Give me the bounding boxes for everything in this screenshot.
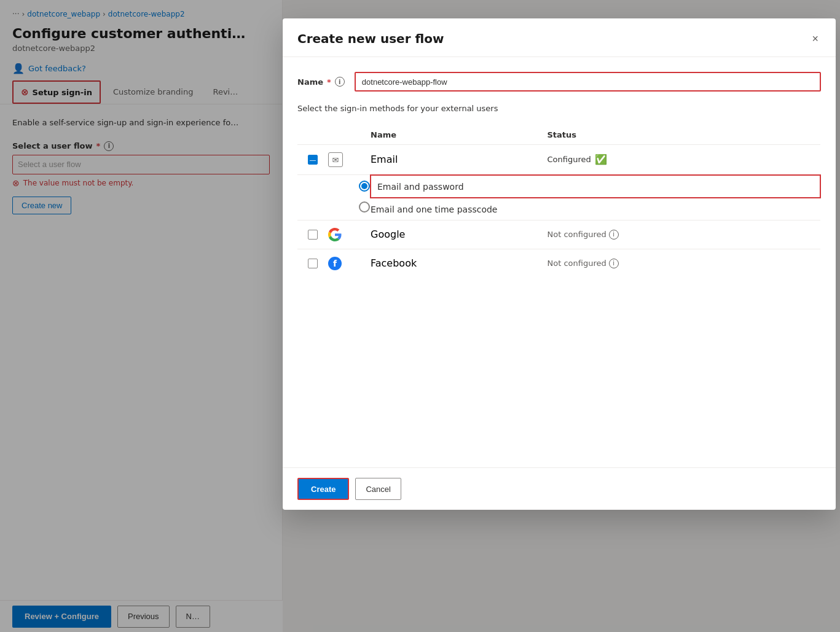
email-password-label: Email and password xyxy=(377,182,464,192)
facebook-info-icon[interactable]: i xyxy=(609,259,619,268)
google-status-cell: Not configured i xyxy=(547,220,820,249)
table-header-row: Name Status xyxy=(297,125,820,145)
email-status-text: Configured xyxy=(547,155,591,164)
table-row: Email and password xyxy=(297,175,820,198)
facebook-icon-cell: f xyxy=(328,249,371,278)
col-icon xyxy=(328,125,371,145)
modal-body: Name * i Select the sign-in methods for … xyxy=(283,57,836,467)
sign-in-methods-desc: Select the sign-in methods for your exte… xyxy=(297,104,821,113)
email-otp-radio[interactable] xyxy=(359,201,370,213)
email-otp-label: Email and one time passcode xyxy=(371,205,497,214)
name-field-row: Name * i xyxy=(297,72,821,92)
col-name: Name xyxy=(371,125,547,145)
google-icon-cell xyxy=(328,220,371,249)
email-checkbox[interactable]: — xyxy=(308,155,318,165)
modal-title: Create new user flow xyxy=(297,31,444,46)
facebook-label: Facebook xyxy=(371,257,417,269)
facebook-status-text: Not configured xyxy=(547,259,606,268)
google-checkbox-cell[interactable] xyxy=(297,220,328,249)
email-password-radio[interactable] xyxy=(359,181,370,192)
email-icon-cell: ✉ xyxy=(328,145,371,175)
col-checkbox xyxy=(297,125,328,145)
facebook-name-cell: Facebook xyxy=(371,249,547,278)
google-status-text: Not configured xyxy=(547,230,606,239)
modal-close-button[interactable]: × xyxy=(809,31,821,47)
email-label: Email xyxy=(371,154,398,165)
modal-footer: Create Cancel xyxy=(283,467,836,510)
google-label: Google xyxy=(371,228,405,240)
google-icon xyxy=(328,228,342,241)
name-input[interactable] xyxy=(355,72,821,92)
create-button[interactable]: Create xyxy=(297,478,349,500)
table-row: f Facebook Not configured i xyxy=(297,249,820,278)
modal-header: Create new user flow × xyxy=(283,18,836,57)
email-name-cell: Email xyxy=(371,145,547,175)
google-name-cell: Google xyxy=(371,220,547,249)
facebook-status: Not configured i xyxy=(547,259,820,268)
table-row: — ✉ Email Configured ✅ xyxy=(297,145,820,175)
email-status: Configured ✅ xyxy=(547,154,820,165)
facebook-icon: f xyxy=(328,257,342,270)
table-row: Email and one time passcode xyxy=(297,198,820,220)
google-status: Not configured i xyxy=(547,230,820,240)
col-status: Status xyxy=(547,125,820,145)
create-user-flow-modal: Create new user flow × Name * i Select t… xyxy=(283,18,836,510)
name-info-icon[interactable]: i xyxy=(335,77,345,87)
facebook-checkbox[interactable] xyxy=(308,259,318,268)
facebook-status-cell: Not configured i xyxy=(547,249,820,278)
cancel-button[interactable]: Cancel xyxy=(355,478,401,500)
configured-icon: ✅ xyxy=(595,154,607,165)
google-info-icon[interactable]: i xyxy=(609,230,619,240)
email-status-cell: Configured ✅ xyxy=(547,145,820,175)
name-required-marker: * xyxy=(327,77,331,87)
facebook-checkbox-cell[interactable] xyxy=(297,249,328,278)
google-checkbox[interactable] xyxy=(308,230,318,240)
name-label: Name * i xyxy=(297,77,345,87)
table-row: Google Not configured i xyxy=(297,220,820,249)
sign-in-methods-table: Name Status — ✉ Email xyxy=(297,125,821,278)
email-checkbox-cell[interactable]: — xyxy=(297,145,328,175)
email-icon: ✉ xyxy=(328,152,343,167)
